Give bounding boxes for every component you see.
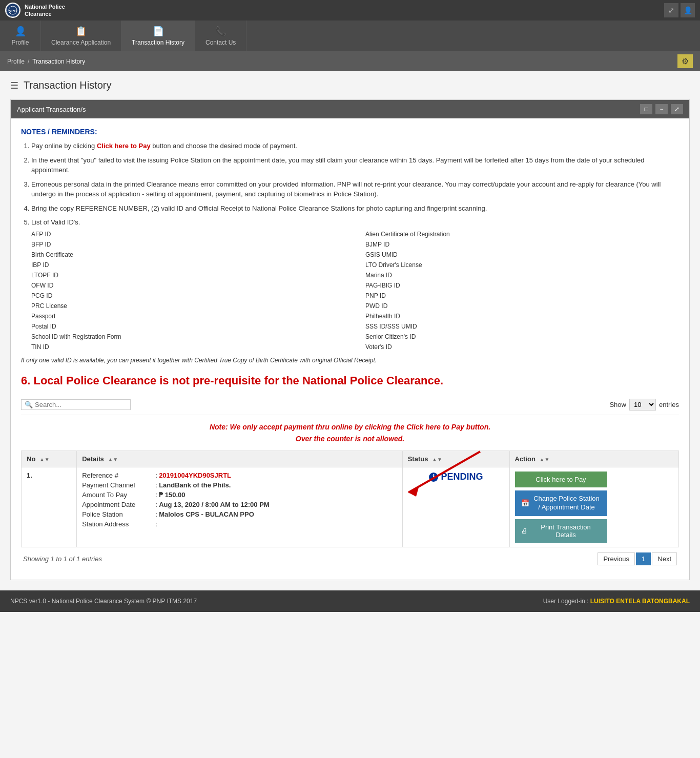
row-action: Click here to Pay 📅 Change Police Statio… (509, 467, 679, 547)
valid-id-col2-item: GSIS UMID (365, 250, 679, 259)
notes-list: Pay online by clicking Click here to Pay… (21, 141, 679, 352)
col-details[interactable]: Details ▲▼ (77, 451, 403, 467)
detail-value: ₱ 150.00 (159, 491, 397, 499)
nav-clearance-label: Clearance Application (51, 39, 111, 46)
info-icon: ℹ (429, 473, 438, 482)
change-police-station-button[interactable]: 📅 Change Police Station / Appointment Da… (515, 490, 607, 516)
detail-colon: : (154, 501, 159, 508)
table-row: 1.Reference #:20191004YKD90SJRTLPayment … (22, 467, 679, 547)
pagination-buttons: Previous 1 Next (598, 552, 677, 565)
detail-colon: : (154, 481, 159, 489)
valid-id-col1-item: Postal ID (31, 322, 345, 331)
valid-id-col2-item: Senior Citizen's ID (365, 332, 679, 341)
pagination-row: Showing 1 to 1 of 1 entries Previous 1 N… (21, 547, 679, 570)
valid-id-col1-item: OFW ID (31, 281, 345, 290)
user-button[interactable]: 👤 (681, 3, 695, 17)
show-label: Show (609, 401, 626, 408)
detail-label: Appointment Date (82, 501, 154, 508)
col-action[interactable]: Action ▲▼ (509, 451, 679, 467)
valid-id-col2-item: SSS ID/SSS UMID (365, 322, 679, 331)
click-here-to-pay-link[interactable]: Click here to Pay (97, 142, 151, 150)
nav-profile[interactable]: 👤 Profile (0, 21, 41, 51)
valid-id-col1-item: Passport (31, 312, 345, 321)
card-header-buttons: □ − ⤢ (640, 104, 683, 114)
table-controls: 🔍 Show 10 25 50 100 entries (21, 394, 679, 415)
point6: 6. Local Police Clearance is not pre-req… (21, 373, 679, 389)
entries-select[interactable]: 10 25 50 100 (629, 399, 656, 411)
italic-note: If only one valid ID is available, you c… (21, 357, 679, 364)
contact-icon: 📞 (215, 26, 227, 37)
note-item-1: Pay online by clicking Click here to Pay… (31, 141, 679, 151)
payment-note-text: Note: We only accept payment thru online… (27, 421, 673, 444)
data-table: No ▲▼ Details ▲▼ Status ▲▼ Action ▲▼ (21, 450, 679, 547)
next-button[interactable]: Next (652, 552, 677, 565)
valid-id-col1-item: AFP ID (31, 230, 345, 239)
col-status[interactable]: Status ▲▼ (402, 451, 509, 467)
detail-value (159, 520, 397, 528)
breadcrumb-separator: / (28, 58, 29, 65)
valid-id-col2-item: PWD ID (365, 301, 679, 311)
clearance-icon: 📋 (75, 26, 87, 37)
detail-label: Amount To Pay (82, 491, 154, 499)
print-icon: 🖨 (521, 527, 528, 535)
detail-colon: : (154, 520, 159, 528)
settings-button[interactable]: ⚙ (677, 54, 693, 68)
notes-reminders: NOTES / REMINDERS: Pay online by clickin… (21, 128, 679, 364)
col-no[interactable]: No ▲▼ (22, 451, 77, 467)
search-box: 🔍 (21, 399, 131, 410)
detail-colon: : (154, 510, 159, 518)
calendar-icon: 📅 (521, 499, 529, 508)
valid-id-col2-item: Alien Certificate of Registration (365, 230, 679, 239)
valid-id-col1-item: PRC License (31, 301, 345, 311)
nav-clearance[interactable]: 📋 Clearance Application (41, 21, 121, 51)
logo-text: National Police Clearance (25, 3, 65, 18)
valid-id-col2-item: PAG-IBIG ID (365, 281, 679, 290)
card-expand-button[interactable]: ⤢ (671, 104, 683, 114)
nav-contact[interactable]: 📞 Contact Us (195, 21, 246, 51)
main-card: Applicant Transaction/s □ − ⤢ NOTES / RE… (10, 99, 690, 580)
status-pending: ℹ PENDING (408, 472, 504, 482)
search-icon: 🔍 (25, 401, 33, 408)
top-icons: ⤢ 👤 (664, 3, 695, 17)
card-minimize-button[interactable]: □ (640, 104, 652, 114)
breadcrumb-home[interactable]: Profile (7, 58, 25, 65)
page-title-bar: ☰ Transaction History (0, 71, 700, 99)
valid-id-col2-item: Philhealth ID (365, 312, 679, 321)
fullscreen-button[interactable]: ⤢ (664, 3, 678, 17)
note-item-2: In the event that "you" failed to visit … (31, 155, 679, 175)
card-collapse-button[interactable]: − (655, 104, 668, 114)
valid-id-col2-item: LTO Driver's License (365, 260, 679, 270)
page-title: Transaction History (24, 79, 112, 91)
valid-id-col1-item: Birth Certificate (31, 250, 345, 259)
action-buttons: Click here to Pay 📅 Change Police Statio… (515, 472, 674, 543)
valid-id-col2-item: Marina ID (365, 271, 679, 280)
footer-user-name: LUISITO ENTELA BATONGBAKAL (590, 598, 690, 605)
note-item-4: Bring the copy REFERENCE NUMBER, (2) val… (31, 203, 679, 214)
svg-text:NPC: NPC (9, 9, 17, 13)
nav-history[interactable]: 📄 Transaction History (121, 21, 195, 51)
valid-id-col1-item: BFP ID (31, 240, 345, 249)
list-icon: ☰ (10, 80, 18, 91)
valid-id-col1-item: PCG ID (31, 291, 345, 300)
breadcrumb: Profile / Transaction History ⚙ (0, 51, 700, 71)
valid-id-col1-item: School ID with Registration Form (31, 332, 345, 341)
detail-colon: : (154, 472, 159, 479)
row-details: Reference #:20191004YKD90SJRTLPayment Ch… (77, 467, 403, 547)
print-transaction-button[interactable]: 🖨 Print Transaction Details (515, 519, 607, 543)
valid-id-col2-item: BJMP ID (365, 240, 679, 249)
notes-title: NOTES / REMINDERS: (21, 128, 679, 136)
page-1-button[interactable]: 1 (636, 552, 651, 565)
show-entries: Show 10 25 50 100 entries (609, 399, 679, 411)
logo-icon: NPC (5, 3, 20, 18)
row-no: 1. (22, 467, 77, 547)
detail-value: Aug 13, 2020 / 8:00 AM to 12:00 PM (159, 501, 397, 508)
pagination-info: Showing 1 to 1 of 1 entries (23, 555, 102, 563)
search-input[interactable] (35, 401, 127, 408)
detail-colon: : (154, 491, 159, 499)
profile-icon: 👤 (15, 26, 26, 37)
note-item-3: Erroneous personal data in the printed C… (31, 179, 679, 199)
detail-value: Malolos CPS - BULACAN PPO (159, 510, 397, 518)
footer: NPCS ver1.0 - National Police Clearance … (0, 590, 700, 612)
click-here-to-pay-button[interactable]: Click here to Pay (515, 472, 607, 487)
previous-button[interactable]: Previous (598, 552, 635, 565)
